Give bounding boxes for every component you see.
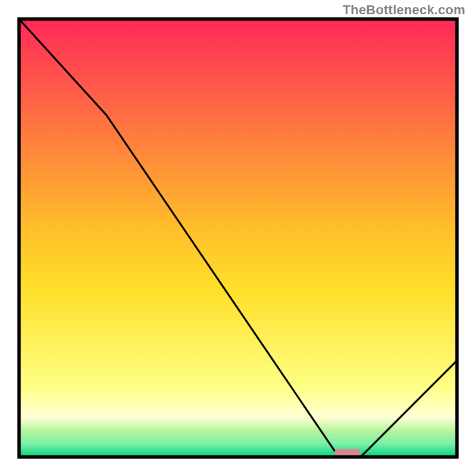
bottleneck-marker	[334, 449, 361, 456]
plot-background	[19, 19, 457, 457]
chart-container: TheBottleneck.com	[0, 0, 476, 476]
chart-svg	[0, 0, 476, 476]
watermark-text: TheBottleneck.com	[343, 2, 465, 18]
